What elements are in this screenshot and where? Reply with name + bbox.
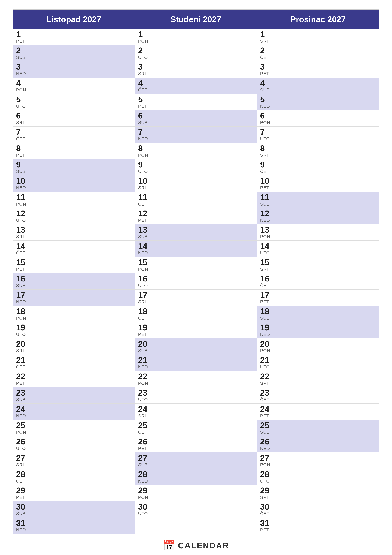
- day-number: 4: [138, 79, 254, 87]
- day-number: 14: [16, 242, 131, 250]
- day-name: SRI: [138, 413, 254, 418]
- day-name: PET: [16, 153, 131, 158]
- day-name: PON: [138, 495, 254, 500]
- day-name: ČET: [16, 479, 131, 484]
- day-name: NED: [16, 185, 131, 190]
- day-number: 28: [138, 470, 254, 478]
- day-name: UTO: [138, 511, 254, 516]
- day-row: 17NED: [13, 290, 135, 306]
- day-number: 19: [260, 323, 376, 332]
- day-row: 6SUB: [135, 110, 257, 127]
- day-row: 12PET: [135, 208, 257, 224]
- day-name: NED: [260, 104, 376, 109]
- day-name: SUB: [260, 430, 376, 435]
- day-name: SRI: [260, 381, 376, 386]
- day-number: 25: [260, 421, 376, 429]
- day-row: 11PON: [13, 192, 135, 208]
- day-name: PON: [138, 39, 254, 44]
- month-col-1: 1PON2UTO3SRI4ČET5PET6SUB7NED8PON9UTO10SR…: [135, 29, 257, 534]
- day-name: UTO: [138, 397, 254, 402]
- day-number: 18: [16, 307, 131, 315]
- day-number: 6: [138, 111, 254, 120]
- day-row: 28NED: [135, 469, 257, 485]
- day-row: 30ČET: [257, 501, 379, 518]
- day-number: 29: [260, 486, 376, 495]
- day-row: 1PET: [13, 29, 135, 45]
- day-row: 18ČET: [135, 306, 257, 322]
- day-number: 31: [16, 519, 131, 527]
- day-number: 25: [138, 421, 254, 429]
- day-name: SUB: [16, 511, 131, 516]
- day-row: 9UTO: [135, 159, 257, 175]
- day-number: 19: [16, 323, 131, 332]
- day-name: SRI: [260, 495, 376, 500]
- day-number: 5: [138, 95, 254, 103]
- day-name: UTO: [260, 136, 376, 141]
- day-name: NED: [138, 250, 254, 256]
- day-row: 15SRI: [257, 257, 379, 273]
- day-row: 29PET: [13, 485, 135, 501]
- day-row: 25SUB: [257, 420, 379, 436]
- day-name: NED: [260, 446, 376, 451]
- day-row: 28UTO: [257, 469, 379, 485]
- day-number: 28: [16, 470, 131, 478]
- day-name: ČET: [138, 202, 254, 207]
- day-number: 7: [260, 128, 376, 136]
- day-row: 18SUB: [257, 306, 379, 322]
- day-number: 21: [16, 356, 131, 364]
- day-number: 16: [16, 275, 131, 283]
- day-number: 18: [260, 307, 376, 315]
- day-row: 23SUB: [13, 387, 135, 404]
- day-row: 17PET: [257, 290, 379, 306]
- day-number: 30: [260, 503, 376, 511]
- day-row: 25ČET: [135, 420, 257, 436]
- day-row: 16ČET: [257, 273, 379, 290]
- day-name: NED: [138, 479, 254, 484]
- day-row: 11ČET: [135, 192, 257, 208]
- day-name: PET: [260, 71, 376, 76]
- day-number: 20: [138, 340, 254, 348]
- day-name: NED: [16, 71, 131, 76]
- day-number: 17: [260, 291, 376, 299]
- day-name: SUB: [138, 120, 254, 125]
- day-number: 3: [138, 63, 254, 71]
- day-name: UTO: [16, 104, 131, 109]
- day-number: 24: [16, 405, 131, 413]
- day-row: 9SUB: [13, 159, 135, 175]
- day-number: 1: [260, 30, 376, 38]
- day-row: 9ČET: [257, 159, 379, 175]
- day-row: 7ČET: [13, 127, 135, 143]
- day-name: UTO: [16, 446, 131, 451]
- day-name: ČET: [16, 136, 131, 141]
- day-row: 23UTO: [135, 387, 257, 404]
- day-number: 23: [260, 388, 376, 397]
- day-row: 1SRI: [257, 29, 379, 45]
- day-row: 24PET: [257, 404, 379, 420]
- day-name: SRI: [260, 267, 376, 272]
- day-row: 27PON: [257, 453, 379, 469]
- day-name: SRI: [138, 71, 254, 76]
- day-row: 27SRI: [13, 453, 135, 469]
- day-number: 23: [16, 388, 131, 397]
- day-name: ČET: [260, 511, 376, 516]
- day-name: SUB: [260, 316, 376, 321]
- day-name: PET: [138, 218, 254, 223]
- day-name: SRI: [16, 234, 131, 239]
- day-row: 5UTO: [13, 94, 135, 110]
- day-number: 30: [138, 503, 254, 511]
- day-number: 23: [138, 388, 254, 397]
- day-number: 12: [138, 209, 254, 218]
- day-number: 5: [260, 95, 376, 103]
- day-number: 21: [260, 356, 376, 364]
- day-row: 10SRI: [135, 175, 257, 192]
- day-name: PON: [16, 88, 131, 93]
- day-number: 2: [16, 46, 131, 55]
- day-name: PON: [138, 267, 254, 272]
- day-number: 10: [16, 177, 131, 185]
- day-row: 20SRI: [13, 338, 135, 355]
- day-row: 7UTO: [257, 127, 379, 143]
- day-number: 22: [138, 372, 254, 380]
- day-number: 12: [260, 209, 376, 218]
- day-number: 5: [16, 95, 131, 103]
- day-number: 11: [138, 193, 254, 201]
